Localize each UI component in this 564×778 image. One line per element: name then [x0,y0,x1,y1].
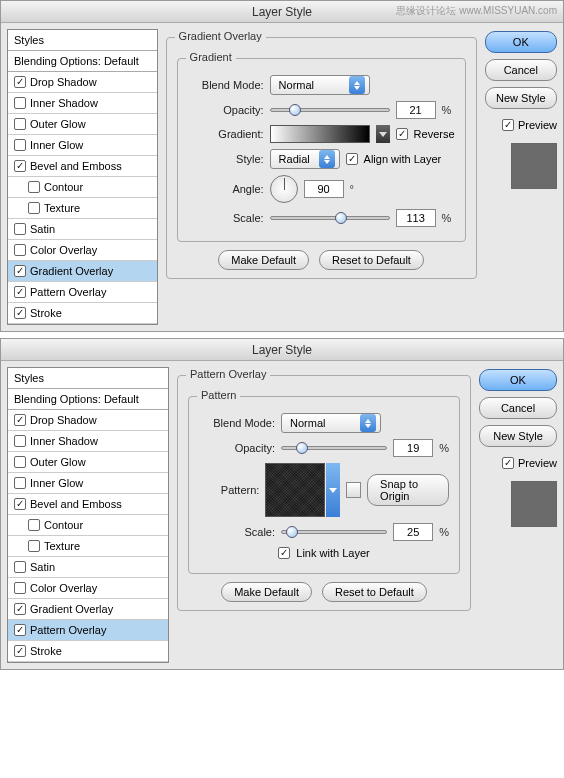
opacity-value[interactable]: 19 [393,439,433,457]
angle-label: Angle: [188,183,264,195]
style-checkbox[interactable] [14,223,26,235]
reverse-checkbox[interactable] [396,128,408,140]
new-style-button[interactable]: New Style [479,425,557,447]
style-checkbox[interactable] [14,139,26,151]
style-item-outer-glow[interactable]: Outer Glow [8,114,157,135]
link-checkbox[interactable] [278,547,290,559]
style-checkbox[interactable] [14,97,26,109]
ok-button[interactable]: OK [485,31,557,53]
new-preset-icon[interactable] [346,482,361,498]
style-item-inner-shadow[interactable]: Inner Shadow [8,93,157,114]
style-checkbox[interactable] [14,76,26,88]
style-label: Contour [44,181,83,193]
style-item-color-overlay[interactable]: Color Overlay [8,240,157,261]
blend-mode-dropdown[interactable]: Normal [270,75,370,95]
style-item-bevel-and-emboss[interactable]: Bevel and Emboss [8,156,157,177]
style-label: Inner Glow [30,477,83,489]
style-item-drop-shadow[interactable]: Drop Shadow [8,72,157,93]
style-item-stroke[interactable]: Stroke [8,303,157,324]
cancel-button[interactable]: Cancel [479,397,557,419]
preview-checkbox[interactable] [502,119,514,131]
style-item-drop-shadow[interactable]: Drop Shadow [8,410,168,431]
style-checkbox[interactable] [14,582,26,594]
style-label: Bevel and Emboss [30,498,122,510]
style-item-gradient-overlay[interactable]: Gradient Overlay [8,261,157,282]
pattern-picker-arrow[interactable] [326,463,340,517]
style-checkbox[interactable] [14,265,26,277]
layer-style-dialog-gradient: Layer Style 思缘设计论坛 www.MISSYUAN.com Styl… [0,0,564,332]
opacity-slider[interactable] [281,446,387,450]
make-default-button[interactable]: Make Default [218,250,309,270]
blend-mode-dropdown[interactable]: Normal [281,413,381,433]
gradient-picker-arrow[interactable] [376,125,390,143]
snap-origin-button[interactable]: Snap to Origin [367,474,449,506]
style-checkbox[interactable] [28,540,40,552]
scale-value[interactable]: 25 [393,523,433,541]
style-dropdown[interactable]: Radial [270,149,340,169]
style-item-inner-glow[interactable]: Inner Glow [8,473,168,494]
styles-header[interactable]: Styles [8,368,168,389]
style-checkbox[interactable] [14,603,26,615]
angle-dial[interactable] [270,175,298,203]
style-checkbox[interactable] [14,561,26,573]
blending-options[interactable]: Blending Options: Default [8,389,168,410]
style-item-inner-shadow[interactable]: Inner Shadow [8,431,168,452]
style-checkbox[interactable] [28,181,40,193]
style-item-pattern-overlay[interactable]: Pattern Overlay [8,620,168,641]
styles-list: Drop ShadowInner ShadowOuter GlowInner G… [8,410,168,662]
pattern-label: Pattern: [199,484,259,496]
styles-panel: Styles Blending Options: Default Drop Sh… [7,367,169,663]
style-item-outer-glow[interactable]: Outer Glow [8,452,168,473]
style-item-gradient-overlay[interactable]: Gradient Overlay [8,599,168,620]
style-label: Satin [30,561,55,573]
scale-slider[interactable] [270,216,390,220]
cancel-button[interactable]: Cancel [485,59,557,81]
style-checkbox[interactable] [14,160,26,172]
style-item-contour[interactable]: Contour [8,515,168,536]
align-checkbox[interactable] [346,153,358,165]
style-checkbox[interactable] [14,414,26,426]
ok-button[interactable]: OK [479,369,557,391]
style-checkbox[interactable] [14,307,26,319]
reverse-label: Reverse [414,128,455,140]
style-checkbox[interactable] [14,118,26,130]
style-checkbox[interactable] [14,244,26,256]
scale-value[interactable]: 113 [396,209,436,227]
scale-slider[interactable] [281,530,387,534]
style-checkbox[interactable] [14,624,26,636]
style-item-satin[interactable]: Satin [8,219,157,240]
style-checkbox[interactable] [14,456,26,468]
gradient-swatch[interactable] [270,125,370,143]
style-item-inner-glow[interactable]: Inner Glow [8,135,157,156]
angle-value[interactable]: 90 [304,180,344,198]
style-item-pattern-overlay[interactable]: Pattern Overlay [8,282,157,303]
style-checkbox[interactable] [14,435,26,447]
opacity-unit: % [442,104,452,116]
new-style-button[interactable]: New Style [485,87,557,109]
align-label: Align with Layer [364,153,442,165]
style-item-texture[interactable]: Texture [8,198,157,219]
inner-title: Gradient [186,51,236,63]
style-checkbox[interactable] [28,519,40,531]
style-item-bevel-and-emboss[interactable]: Bevel and Emboss [8,494,168,515]
style-item-satin[interactable]: Satin [8,557,168,578]
preview-checkbox[interactable] [502,457,514,469]
pattern-swatch[interactable] [265,463,325,517]
style-item-texture[interactable]: Texture [8,536,168,557]
blending-options[interactable]: Blending Options: Default [8,51,157,72]
opacity-slider[interactable] [270,108,390,112]
style-checkbox[interactable] [14,477,26,489]
make-default-button[interactable]: Make Default [221,582,312,602]
style-checkbox[interactable] [14,645,26,657]
style-item-color-overlay[interactable]: Color Overlay [8,578,168,599]
reset-default-button[interactable]: Reset to Default [322,582,427,602]
style-checkbox[interactable] [14,498,26,510]
style-item-stroke[interactable]: Stroke [8,641,168,662]
reset-default-button[interactable]: Reset to Default [319,250,424,270]
style-checkbox[interactable] [28,202,40,214]
blend-mode-label: Blend Mode: [188,79,264,91]
styles-header[interactable]: Styles [8,30,157,51]
style-checkbox[interactable] [14,286,26,298]
style-item-contour[interactable]: Contour [8,177,157,198]
opacity-value[interactable]: 21 [396,101,436,119]
